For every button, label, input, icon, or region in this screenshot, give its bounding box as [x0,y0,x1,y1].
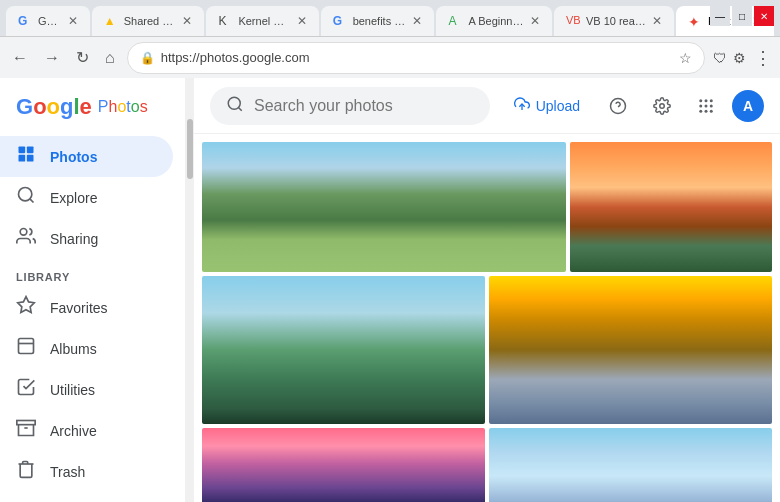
tab-favicon-vb: VB [566,14,580,28]
nav-item-favorites[interactable]: Favorites [0,287,173,328]
svg-point-20 [710,99,713,102]
albums-icon [16,336,36,361]
grid-content [194,142,780,494]
svg-rect-0 [19,147,26,154]
svg-point-17 [660,103,665,108]
back-button[interactable]: ← [8,45,32,71]
svg-point-25 [705,109,708,112]
forward-button[interactable]: → [40,45,64,71]
tab-google[interactable]: G Google ✕ [6,6,90,36]
archive-icon [16,418,36,443]
settings-button[interactable] [644,88,680,124]
bookmark-icon[interactable]: ☆ [679,50,692,66]
avatar[interactable]: A [732,90,764,122]
svg-point-21 [699,104,702,107]
tab-label-beginner: A Beginner's ... [468,15,524,27]
upload-button[interactable]: Upload [502,90,592,121]
sharing-icon [16,226,36,251]
browser-menu-icon[interactable]: ⋮ [754,47,772,69]
svg-point-26 [710,109,713,112]
tab-close-beginner[interactable]: ✕ [530,14,540,28]
nav-item-trash[interactable]: Trash [0,451,173,492]
svg-line-5 [30,199,34,203]
tab-kernel[interactable]: K Kernel Docum ✕ [206,6,318,36]
ext-icon-1: 🛡 [713,50,727,66]
photo-rocky-sunset[interactable] [489,276,772,424]
svg-point-18 [699,99,702,102]
upload-icon [514,96,530,115]
nav-label-albums: Albums [50,341,97,357]
url-text: https://photos.google.com [161,50,669,65]
photo-boats-lake[interactable] [202,428,485,502]
home-button[interactable]: ⌂ [101,45,119,71]
scrollbar-thumb[interactable] [187,119,193,179]
tab-close-vb[interactable]: ✕ [652,14,662,28]
photo-grid [194,134,780,502]
nav-label-photos: Photos [50,149,97,165]
svg-rect-3 [27,155,34,162]
svg-rect-8 [19,339,34,354]
extension-icons: 🛡 ⚙ [713,50,746,66]
google-g-logo: Google [16,94,92,120]
tab-benefits[interactable]: G benefits of G... ✕ [321,6,435,36]
photo-sunset-bench[interactable] [570,142,772,272]
nav-item-photos[interactable]: Photos [0,136,173,177]
tab-close-kernel[interactable]: ✕ [297,14,307,28]
sidebar-scrollbar[interactable] [186,78,194,502]
svg-rect-2 [19,155,26,162]
svg-point-22 [705,104,708,107]
nav-item-explore[interactable]: Explore [0,177,173,218]
url-bar[interactable]: 🔒 https://photos.google.com ☆ [127,42,705,74]
tab-favicon-google: G [18,14,32,28]
utilities-icon [16,377,36,402]
svg-point-24 [699,109,702,112]
tab-beginner[interactable]: A A Beginner's ... ✕ [436,6,552,36]
tab-vb[interactable]: VB VB 10 reasons to ✕ [554,6,674,36]
svg-point-23 [710,104,713,107]
tab-label-vb: VB 10 reasons to [586,15,646,27]
topbar: Upload A [194,78,780,134]
search-box[interactable] [210,87,490,125]
library-section-label: LIBRARY [0,259,185,287]
nav-item-utilities[interactable]: Utilities [0,369,173,410]
sidebar: Google Photos Photos Explore Sharing [0,78,186,502]
tab-bar-wrapper: G Google ✕ ▲ Shared with m ✕ K Kernel Do… [0,0,780,78]
tab-close-google[interactable]: ✕ [68,14,78,28]
tab-label-google: Google [38,15,62,27]
app-container: Google Photos Photos Explore Sharing [0,78,780,502]
logo-photos-text: Photos [98,98,148,116]
nav-label-archive: Archive [50,423,97,439]
nav-item-archive[interactable]: Archive [0,410,173,451]
main-content: Upload A [194,78,780,502]
svg-rect-10 [17,421,35,425]
close-button[interactable]: ✕ [754,6,774,26]
photo-green-field[interactable] [202,276,485,424]
photo-row [202,276,772,424]
tab-close-shared[interactable]: ✕ [182,14,192,28]
address-bar: ← → ↻ ⌂ 🔒 https://photos.google.com ☆ 🛡 … [0,36,780,78]
window-controls: — □ ✕ [710,6,780,26]
photos-icon [16,144,36,169]
nav-label-favorites: Favorites [50,300,108,316]
tab-bar: G Google ✕ ▲ Shared with m ✕ K Kernel Do… [0,0,780,36]
svg-point-12 [228,97,240,109]
search-input[interactable] [254,97,474,115]
help-button[interactable] [600,88,636,124]
minimize-button[interactable]: — [710,6,730,26]
lock-icon: 🔒 [140,51,155,65]
logo: Google Photos [0,86,185,136]
reload-button[interactable]: ↻ [72,44,93,71]
tab-favicon-shared: ▲ [104,14,118,28]
nav-item-sharing[interactable]: Sharing [0,218,173,259]
svg-point-6 [20,229,27,236]
photo-mountain-snow[interactable] [202,142,566,272]
tab-favicon-beginner: A [448,14,462,28]
maximize-button[interactable]: □ [732,6,752,26]
apps-button[interactable] [688,88,724,124]
photo-blue-mountains[interactable] [489,428,772,502]
tab-shared[interactable]: ▲ Shared with m ✕ [92,6,205,36]
nav-item-albums[interactable]: Albums [0,328,173,369]
tab-label-shared: Shared with m [124,15,177,27]
favorites-icon [16,295,36,320]
tab-close-benefits[interactable]: ✕ [412,14,422,28]
